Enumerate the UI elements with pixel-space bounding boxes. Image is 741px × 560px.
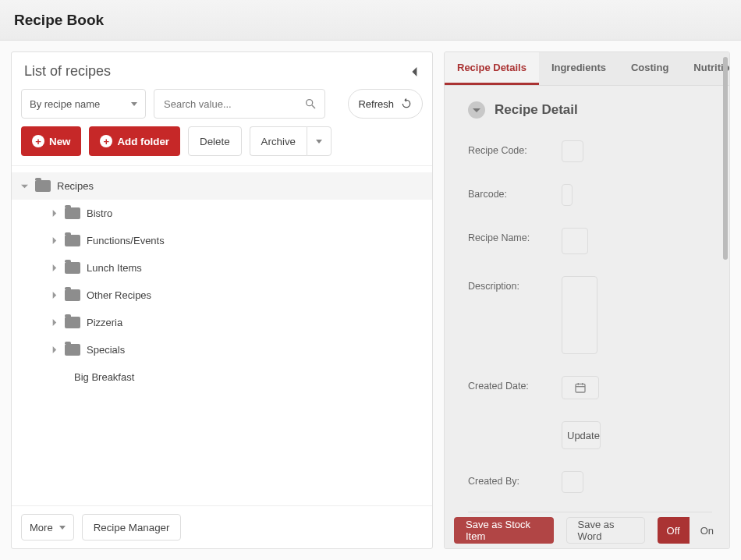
calendar-icon [574,381,587,394]
save-word-button[interactable]: Save as Word [566,517,645,544]
input-description[interactable] [562,276,597,354]
toggle-on: On [690,517,720,544]
plus-icon: + [32,135,44,147]
archive-button[interactable]: Archive [250,126,307,156]
tree-item-label: Lunch Items [87,262,142,274]
svg-rect-2 [576,384,585,392]
tab-nutritional[interactable]: Nutritional I [681,52,729,85]
row-update: Update [468,410,712,460]
input-barcode[interactable] [562,184,573,206]
svg-point-0 [307,100,313,106]
filter-select[interactable]: By recipe name [21,89,146,119]
details-form: Recipe Code: Barcode: Recipe Name: Descr… [445,126,729,512]
date-picker-button[interactable] [562,376,599,399]
details-tabs: Recipe Details Ingredients Costing Nutri… [445,52,729,86]
more-label: More [30,522,53,533]
search-input[interactable] [162,97,296,111]
folder-icon [65,207,80,219]
expand-icon[interactable] [49,210,58,217]
toggle-off: Off [658,517,690,544]
collapse-left-icon[interactable] [410,67,420,76]
tree-folder[interactable]: Bistro [12,200,432,227]
label-created-by: Created By: [468,471,562,487]
section-title: Recipe Detail [495,102,578,118]
tree-item-label: Other Recipes [87,289,151,301]
delete-button[interactable]: Delete [188,126,242,156]
chevron-down-icon [316,140,322,144]
tab-ingredients[interactable]: Ingredients [539,52,619,85]
tree-folder[interactable]: Pizzeria [12,309,432,336]
archive-dropdown[interactable] [307,126,332,156]
details-panel: Recipe Details Ingredients Costing Nutri… [444,51,730,549]
expand-icon[interactable] [20,183,29,190]
refresh-label: Refresh [358,98,394,110]
row-description: Description: [468,265,712,365]
label-barcode: Barcode: [468,184,562,200]
section-header: Recipe Detail [445,86,729,126]
search-wrapper [154,89,325,119]
chevron-down-icon [131,102,137,106]
tree-folder[interactable]: Specials [12,336,432,363]
active-toggle[interactable]: Off On [658,517,720,544]
label-description: Description: [468,276,562,292]
expand-icon[interactable] [49,319,58,326]
refresh-icon [400,97,413,110]
folder-icon [65,235,80,246]
tree-folder[interactable]: Functions/Events [12,227,432,254]
tree-root-label: Recipes [57,180,94,192]
recipe-tree: Recipes Bistro Functions/Events Lunch It… [12,166,432,505]
row-barcode: Barcode: [468,173,712,217]
list-title: List of recipes [24,63,111,80]
list-controls: By recipe name Refresh [12,86,432,166]
row-recipe-code: Recipe Code: [468,129,712,173]
tree-folder[interactable]: Lunch Items [12,254,432,282]
scrollbar[interactable] [723,57,728,260]
label-created-date: Created Date: [468,376,562,392]
folder-icon [65,289,80,301]
update-button[interactable]: Update [562,421,601,449]
tree-file-label: Big Breakfast [74,371,134,383]
svg-line-1 [312,105,315,108]
expand-icon[interactable] [49,237,58,244]
details-bottom-bar: Save as Stock Item Save as Word Off On [445,512,729,548]
row-created-by: Created By: [468,460,712,504]
tree-item-file[interactable]: Big Breakfast [12,363,432,391]
tab-costing[interactable]: Costing [619,52,681,85]
tree-item-label: Pizzeria [87,317,122,328]
plus-icon: + [100,135,112,147]
label-recipe-name: Recipe Name: [468,228,562,243]
page-title: Recipe Book [14,12,104,29]
section-toggle-icon[interactable] [468,101,485,119]
list-header: List of recipes [12,52,432,86]
expand-icon[interactable] [49,264,58,271]
add-folder-button[interactable]: + Add folder [89,126,180,156]
input-created-by[interactable] [562,471,583,493]
tree-root[interactable]: Recipes [12,172,432,200]
refresh-button[interactable]: Refresh [348,89,423,119]
expand-icon[interactable] [49,292,58,299]
folder-icon [65,317,80,328]
input-recipe-code[interactable] [562,140,583,162]
label-recipe-code: Recipe Code: [468,140,562,156]
folder-icon [35,180,51,192]
tab-recipe-details[interactable]: Recipe Details [445,52,539,85]
archive-button-group: Archive [250,126,332,156]
page-header: Recipe Book [0,0,741,41]
folder-icon [65,344,80,356]
save-stock-button[interactable]: Save as Stock Item [454,517,554,544]
input-recipe-name[interactable] [562,228,588,254]
list-panel: List of recipes By recipe name [11,51,433,549]
tree-folder[interactable]: Other Recipes [12,282,432,309]
new-button-label: New [49,136,70,147]
expand-icon[interactable] [49,346,58,353]
update-label: Update [567,430,600,441]
search-icon[interactable] [296,90,324,118]
more-button[interactable]: More [21,514,74,541]
tree-item-label: Bistro [87,207,112,219]
tree-item-label: Specials [87,344,125,356]
row-created-date: Created Date: [468,365,712,410]
new-button[interactable]: + New [21,126,81,156]
main-body: List of recipes By recipe name [0,41,741,560]
recipe-manager-button[interactable]: Recipe Manager [82,514,182,541]
row-recipe-name: Recipe Name: [468,217,712,265]
